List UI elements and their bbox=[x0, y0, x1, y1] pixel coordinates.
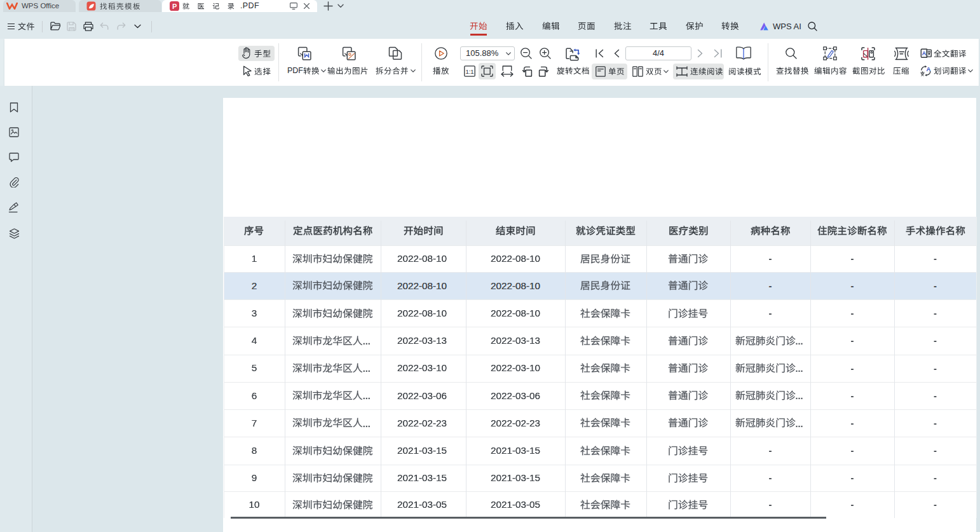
svg-text:A: A bbox=[927, 65, 931, 72]
svg-text:1:1: 1:1 bbox=[465, 68, 473, 75]
svg-text:A: A bbox=[922, 50, 926, 57]
svg-text:P: P bbox=[172, 3, 177, 10]
